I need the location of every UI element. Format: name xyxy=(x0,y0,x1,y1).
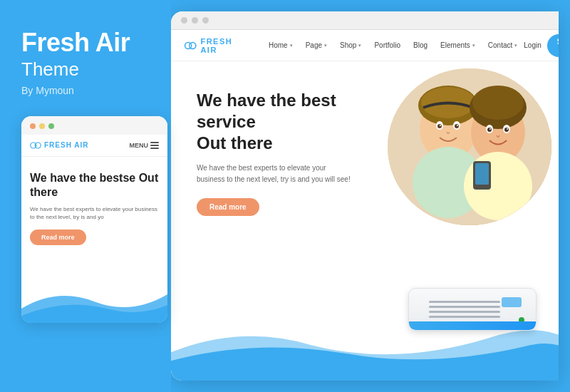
svg-point-12 xyxy=(455,124,459,128)
mobile-logo-text: FRESH AIR xyxy=(44,141,89,149)
svg-point-17 xyxy=(472,86,524,120)
nav-item-shop[interactable]: Shop ▾ xyxy=(333,41,368,49)
mobile-wave xyxy=(21,280,167,323)
nav-item-portfolio[interactable]: Portfolio xyxy=(368,41,407,49)
hero-description: We have the best experts to elevate your… xyxy=(197,163,351,185)
mobile-menu-label: MENU xyxy=(130,142,149,149)
nav-links: Home ▾ Page ▾ Shop ▾ Portfolio Blog xyxy=(262,41,524,49)
hero-title-line1: We have the best service xyxy=(197,91,336,131)
nav-label-blog: Blog xyxy=(413,41,428,49)
nav-arrow-contact: ▾ xyxy=(514,43,517,48)
svg-point-9 xyxy=(437,124,442,128)
mobile-nav: FRESH AIR MENU xyxy=(21,135,167,157)
nav-actions: Login Sign in xyxy=(524,34,559,57)
nav-label-shop: Shop xyxy=(340,41,356,49)
hamburger-line-2 xyxy=(150,145,159,146)
desktop-nav: FRESH AIR Home ▾ Page ▾ Shop ▾ Portfolio xyxy=(171,30,559,61)
desktop-logo-icon xyxy=(184,38,197,53)
mobile-logo-icon xyxy=(30,140,41,151)
nav-label-home: Home xyxy=(269,41,288,49)
svg-point-23 xyxy=(507,128,508,130)
nav-login-link[interactable]: Login xyxy=(524,41,541,49)
nav-signin-button[interactable]: Sign in xyxy=(547,34,559,57)
nav-item-home[interactable]: Home ▾ xyxy=(262,41,299,49)
browser-dot-2 xyxy=(192,17,198,24)
nav-item-blog[interactable]: Blog xyxy=(407,41,434,49)
nav-label-contact: Contact xyxy=(488,41,512,49)
mobile-read-more-button[interactable]: Read more xyxy=(30,229,86,245)
nav-item-contact[interactable]: Contact ▾ xyxy=(482,41,524,49)
hero-content: We have the best service Out there We ha… xyxy=(171,61,373,381)
desktop-logo: FRESH AIR xyxy=(184,37,248,54)
desktop-content: FRESH AIR Home ▾ Page ▾ Shop ▾ Portfolio xyxy=(171,30,559,381)
nav-item-elements[interactable]: Elements ▾ xyxy=(434,41,482,49)
nav-arrow-elements: ▾ xyxy=(472,43,475,48)
ac-vents xyxy=(429,301,500,318)
hero-image xyxy=(388,68,551,225)
ac-stripe xyxy=(409,321,536,330)
app-title: Fresh Air xyxy=(21,29,150,57)
hero-title: We have the best service Out there xyxy=(197,90,351,154)
ac-vent-1 xyxy=(429,301,500,303)
app-subtitle: Theme xyxy=(21,58,150,81)
browser-bar xyxy=(171,11,559,30)
mobile-hero-title: We have the bestse Out there xyxy=(30,171,159,200)
ac-unit xyxy=(408,288,537,341)
svg-point-10 xyxy=(440,125,441,126)
svg-point-3 xyxy=(190,42,196,48)
nav-label-page: Page xyxy=(306,41,322,49)
svg-point-13 xyxy=(457,125,458,126)
svg-rect-26 xyxy=(475,163,489,185)
svg-point-20 xyxy=(489,128,491,130)
mobile-hero-desc: We have the best experts to elevate your… xyxy=(30,205,159,221)
browser-dot-3 xyxy=(202,17,209,24)
brand-title: Fresh Air Theme By Mymoun xyxy=(21,29,150,96)
nav-label-elements: Elements xyxy=(440,41,470,49)
mobile-preview-card: FRESH AIR MENU We have the bestse Out th… xyxy=(21,116,167,323)
mobile-dot-red xyxy=(30,123,36,129)
nav-arrow-home: ▾ xyxy=(290,43,293,48)
hamburger-line-1 xyxy=(150,142,159,143)
ac-body xyxy=(408,288,537,331)
hero-title-line2: Out there xyxy=(197,133,273,153)
ac-display xyxy=(502,297,522,307)
nav-item-page[interactable]: Page ▾ xyxy=(299,41,333,49)
app-author: By Mymoun xyxy=(21,85,150,96)
ac-vent-3 xyxy=(429,311,500,313)
nav-arrow-shop: ▾ xyxy=(358,43,361,48)
desktop-logo-text: FRESH AIR xyxy=(200,37,248,54)
children-illustration xyxy=(388,68,551,225)
mobile-hero: We have the bestse Out there We have the… xyxy=(21,157,167,254)
nav-label-portfolio: Portfolio xyxy=(374,41,400,49)
mobile-dot-green xyxy=(48,123,54,129)
svg-point-22 xyxy=(504,128,509,132)
ac-vent-2 xyxy=(429,306,500,308)
mobile-browser-dots xyxy=(21,116,167,135)
hamburger-icon xyxy=(150,142,159,149)
svg-point-19 xyxy=(487,128,492,132)
mobile-menu-button[interactable]: MENU xyxy=(130,142,160,149)
left-panel: Fresh Air Theme By Mymoun FRESH AIR MENU xyxy=(0,0,171,392)
mobile-dot-yellow xyxy=(39,123,45,129)
mobile-logo: FRESH AIR xyxy=(30,140,89,151)
hamburger-line-3 xyxy=(150,148,159,149)
hero-read-more-button[interactable]: Read more xyxy=(197,198,259,216)
browser-dot-1 xyxy=(181,17,187,24)
nav-arrow-page: ▾ xyxy=(324,43,327,48)
desktop-preview-panel: FRESH AIR Home ▾ Page ▾ Shop ▾ Portfolio xyxy=(171,11,559,381)
desktop-hero: We have the best service Out there We ha… xyxy=(171,61,559,381)
ac-vent-4 xyxy=(429,316,500,318)
